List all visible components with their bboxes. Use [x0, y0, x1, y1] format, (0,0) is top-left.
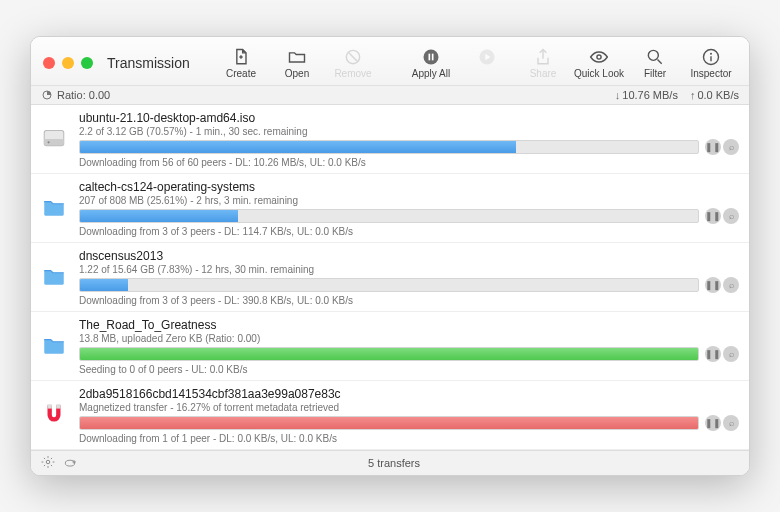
info-icon	[701, 47, 721, 67]
reveal-torrent-button[interactable]: ⌕	[723, 139, 739, 155]
svg-rect-17	[56, 404, 60, 408]
share-button[interactable]: Share	[517, 45, 569, 81]
traffic-lights	[43, 57, 93, 69]
titlebar: Transmission Create Open Remove Apply Al…	[31, 37, 749, 86]
remove-button[interactable]: Remove	[327, 45, 379, 81]
upload-arrow-icon: ↑	[690, 89, 696, 101]
create-button[interactable]: Create	[215, 45, 267, 81]
torrent-row[interactable]: dnscensus20131.22 of 15.64 GB (7.83%) - …	[31, 243, 749, 312]
torrent-peer-text: Downloading from 3 of 3 peers - DL: 114.…	[79, 226, 739, 237]
pause-torrent-button[interactable]: ❚❚	[705, 139, 721, 155]
toolbar-label: Apply All	[412, 68, 450, 79]
toolbar-label: Open	[285, 68, 309, 79]
transfer-count: 5 transfers	[85, 457, 703, 469]
torrent-progress-text: 1.22 of 15.64 GB (7.83%) - 12 hrs, 30 mi…	[79, 264, 739, 275]
pause-torrent-button[interactable]: ❚❚	[705, 277, 721, 293]
toolbar: Create Open Remove Apply All _ Share	[215, 45, 737, 81]
torrent-row[interactable]: 2dba9518166cbd141534cbf381aa3e99a087e83c…	[31, 381, 749, 450]
document-plus-icon	[231, 47, 251, 67]
torrent-type-icon	[41, 180, 69, 224]
progress-bar	[79, 140, 699, 154]
torrent-progress-text: 2.2 of 3.12 GB (70.57%) - 1 min., 30 sec…	[79, 126, 739, 137]
torrent-name: dnscensus2013	[79, 249, 739, 263]
svg-rect-3	[429, 54, 431, 61]
toolbar-label: Remove	[334, 68, 371, 79]
torrent-peer-text: Downloading from 56 of 60 peers - DL: 10…	[79, 157, 739, 168]
progress-bar	[79, 278, 699, 292]
footer: 5 transfers	[31, 450, 749, 475]
torrent-peer-text: Seeding to 0 of 0 peers - UL: 0.0 KB/s	[79, 364, 739, 375]
resume-button[interactable]: _	[461, 45, 513, 81]
svg-point-10	[710, 53, 712, 55]
reveal-torrent-button[interactable]: ⌕	[723, 208, 739, 224]
svg-rect-16	[48, 404, 52, 408]
torrent-peer-text: Downloading from 3 of 3 peers - DL: 390.…	[79, 295, 739, 306]
torrent-peer-text: Downloading from 1 of 1 peer - DL: 0.0 K…	[79, 433, 739, 444]
torrent-type-icon	[41, 387, 69, 431]
apply-all-button[interactable]: Apply All	[405, 45, 457, 81]
share-icon	[533, 47, 553, 67]
torrent-type-icon	[41, 111, 69, 155]
svg-point-18	[46, 460, 50, 464]
pause-icon	[421, 47, 441, 67]
ratio-icon	[41, 89, 53, 101]
settings-button[interactable]	[41, 455, 55, 471]
inspector-button[interactable]: Inspector	[685, 45, 737, 81]
svg-rect-4	[432, 54, 434, 61]
toolbar-label: Share	[530, 68, 557, 79]
torrent-progress-text: 207 of 808 MB (25.61%) - 2 hrs, 3 min. r…	[79, 195, 739, 206]
toolbar-label: Filter	[644, 68, 666, 79]
svg-point-15	[48, 141, 50, 143]
torrent-progress-text: 13.8 MB, uploaded Zero KB (Ratio: 0.00)	[79, 333, 739, 344]
pause-torrent-button[interactable]: ❚❚	[705, 415, 721, 431]
minimize-button[interactable]	[62, 57, 74, 69]
toolbar-label: Inspector	[690, 68, 731, 79]
torrent-name: The_Road_To_Greatness	[79, 318, 739, 332]
app-window: Transmission Create Open Remove Apply Al…	[30, 36, 750, 476]
reveal-torrent-button[interactable]: ⌕	[723, 277, 739, 293]
download-arrow-icon: ↓	[615, 89, 621, 101]
ul-speed: 0.0 KB/s	[697, 89, 739, 101]
svg-line-1	[349, 53, 357, 61]
zoom-button[interactable]	[81, 57, 93, 69]
progress-bar	[79, 416, 699, 430]
quick-look-button[interactable]: Quick Look	[573, 45, 625, 81]
pause-torrent-button[interactable]: ❚❚	[705, 208, 721, 224]
status-bar: Ratio: 0.00 ↓ 10.76 MB/s ↑ 0.0 KB/s	[31, 86, 749, 105]
close-button[interactable]	[43, 57, 55, 69]
no-entry-icon	[343, 47, 363, 67]
open-button[interactable]: Open	[271, 45, 323, 81]
toolbar-label: Create	[226, 68, 256, 79]
reveal-torrent-button[interactable]: ⌕	[723, 346, 739, 362]
eye-icon	[589, 47, 609, 67]
svg-point-6	[597, 55, 601, 59]
torrent-list: ubuntu-21.10-desktop-amd64.iso2.2 of 3.1…	[31, 105, 749, 450]
torrent-row[interactable]: caltech-cs124-operating-systems207 of 80…	[31, 174, 749, 243]
torrent-name: caltech-cs124-operating-systems	[79, 180, 739, 194]
torrent-type-icon	[41, 249, 69, 293]
progress-bar	[79, 209, 699, 223]
svg-point-2	[424, 50, 439, 65]
toolbar-label: Quick Look	[574, 68, 624, 79]
search-icon	[645, 47, 665, 67]
reveal-torrent-button[interactable]: ⌕	[723, 415, 739, 431]
pause-torrent-button[interactable]: ❚❚	[705, 346, 721, 362]
svg-line-8	[658, 60, 662, 64]
speed-limit-button[interactable]	[63, 455, 77, 471]
svg-rect-14	[44, 139, 64, 146]
play-icon	[477, 47, 497, 67]
torrent-progress-text: Magnetized transfer - 16.27% of torrent …	[79, 402, 739, 413]
dl-speed: 10.76 MB/s	[622, 89, 678, 101]
filter-button[interactable]: Filter	[629, 45, 681, 81]
torrent-name: 2dba9518166cbd141534cbf381aa3e99a087e83c	[79, 387, 739, 401]
folder-icon	[287, 47, 307, 67]
torrent-row[interactable]: ubuntu-21.10-desktop-amd64.iso2.2 of 3.1…	[31, 105, 749, 174]
svg-point-7	[648, 50, 658, 60]
torrent-type-icon	[41, 318, 69, 362]
progress-bar	[79, 347, 699, 361]
app-title: Transmission	[107, 55, 190, 71]
torrent-row[interactable]: The_Road_To_Greatness13.8 MB, uploaded Z…	[31, 312, 749, 381]
torrent-name: ubuntu-21.10-desktop-amd64.iso	[79, 111, 739, 125]
ratio-label: Ratio: 0.00	[57, 89, 110, 101]
